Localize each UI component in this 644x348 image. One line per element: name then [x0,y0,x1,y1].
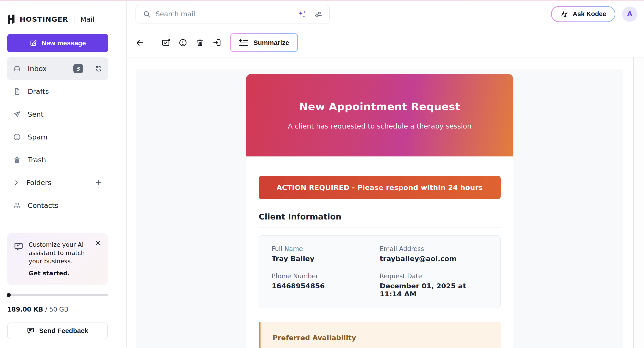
sidebar-item-label: Folders [26,179,52,187]
sidebar-item-label: Spam [28,133,48,141]
sidebar-item-trash[interactable]: Trash [7,148,108,171]
kodee-icon [560,10,568,18]
email-hero-header: New Appointment Request A client has req… [246,74,514,156]
email-document-background: New Appointment Request A client has req… [136,69,624,348]
field-value: Tray Bailey [272,255,380,263]
sidebar-item-inbox[interactable]: Inbox 3 [7,57,108,80]
field-label: Request Date [380,273,488,280]
refresh-icon[interactable] [95,65,102,72]
client-information-title: Client Information [259,212,501,228]
sidebar-item-folders[interactable]: Folders [7,171,108,194]
field-label: Phone Number [272,273,380,280]
field-value: 16468954856 [272,282,380,290]
brand-separator [74,15,74,23]
main-header: Ask Kodee A [126,0,644,28]
drafts-icon [13,87,21,95]
client-info-card: Full Name Tray Bailey Email Address tray… [259,235,501,308]
field-label: Email Address [380,245,488,253]
send-feedback-button[interactable]: Send Feedback [7,323,108,339]
field-full-name: Full Name Tray Bailey [272,245,380,263]
ask-kodee-button[interactable]: Ask Kodee [551,6,616,22]
sidebar: HOSTINGER Mail New message Inbox 3 [0,0,126,348]
field-value: December 01, 2025 at 11:14 AM [380,282,488,298]
sidebar-item-label: Sent [28,110,44,118]
sidebar-item-label: Drafts [28,87,49,95]
close-icon[interactable]: ✕ [95,240,101,247]
field-email-address: Email Address traybailey@aol.com [380,245,488,263]
summarize-label: Summarize [253,39,289,46]
delete-icon[interactable] [192,34,208,51]
email-viewer: New Appointment Request A client has req… [126,57,644,348]
chevron-right-icon [13,179,20,186]
storage-used: 189.00 KB [7,306,43,313]
storage-label: 189.00 KB / 50 GB [7,306,108,313]
storage-total: / 50 GB [45,306,68,313]
main-panel: Ask Kodee A [126,0,644,348]
sidebar-item-label: Trash [28,156,46,164]
search-icon [143,10,151,18]
email-body: ACTION REQUIRED - Please respond within … [246,156,514,348]
search-input[interactable] [156,10,292,18]
scrollbar-track[interactable] [633,57,644,348]
ask-kodee-label: Ask Kodee [573,10,606,18]
storage-progress-bar [7,294,108,296]
field-label: Full Name [272,245,380,253]
email-card: New Appointment Request A client has req… [246,74,514,348]
email-scroll-area[interactable]: New Appointment Request A client has req… [126,57,633,348]
sidebar-item-drafts[interactable]: Drafts [7,80,108,103]
get-started-link[interactable]: Get started. [28,270,70,277]
ai-assistant-callout: Customize your AI assistant to match you… [7,233,108,285]
storage-meter: 189.00 KB / 50 GB [7,294,108,313]
field-value: traybailey@aol.com [380,255,488,263]
mark-unread-icon[interactable] [158,34,174,51]
toolbar-divider [152,36,152,49]
back-arrow-icon[interactable] [132,34,148,51]
email-hero-subtitle: A client has requested to schedule a the… [288,122,471,130]
sent-icon [13,110,21,118]
feedback-bubble-icon [26,327,35,335]
new-message-button[interactable]: New message [7,34,108,52]
availability-title: Preferred Availability [272,334,488,342]
email-hero-title: New Appointment Request [299,100,460,113]
new-message-label: New message [42,39,86,47]
brand-product: Mail [80,15,94,23]
summarize-icon [239,39,248,46]
sidebar-item-label: Contacts [28,201,58,209]
avatar[interactable]: A [622,6,637,22]
action-required-banner: ACTION REQUIRED - Please respond within … [259,176,501,199]
field-phone-number: Phone Number 16468954856 [272,273,380,298]
ai-callout-text: Customize your AI assistant to match you… [28,241,96,265]
brand-name: HOSTINGER [20,15,68,23]
brand-logo[interactable]: HOSTINGER Mail [0,0,126,24]
app-window: HOSTINGER Mail New message Inbox 3 [0,0,644,348]
inbox-unread-badge: 3 [73,64,83,73]
ai-sparkles-icon[interactable] [298,9,306,18]
spam-alert-icon [13,133,21,141]
send-feedback-label: Send Feedback [39,327,88,335]
storage-progress-knob [7,293,11,297]
chat-sparkle-icon [14,241,24,252]
add-folder-icon[interactable] [95,179,102,186]
sidebar-item-label: Inbox [28,65,47,73]
message-toolbar: Summarize [126,28,644,57]
search-filters-icon[interactable] [314,10,322,18]
contacts-icon [13,201,21,209]
trash-icon [13,156,21,164]
sidebar-item-spam[interactable]: Spam [7,126,108,148]
top-accent-line [0,0,644,1]
folder-nav: Inbox 3 Drafts [7,57,108,217]
sidebar-item-contacts[interactable]: Contacts [7,194,108,217]
preferred-availability-box: Preferred Availability Dates: Dec 06, 20… [259,322,501,348]
compose-icon [30,39,37,47]
hostinger-h-icon [7,14,15,24]
summarize-button[interactable]: Summarize [230,33,298,52]
search-bar[interactable] [136,5,330,23]
sidebar-item-sent[interactable]: Sent [7,103,108,126]
inbox-icon [13,65,21,73]
move-to-folder-icon[interactable] [208,34,226,51]
report-spam-icon[interactable] [174,34,192,51]
field-request-date: Request Date December 01, 2025 at 11:14 … [380,273,488,298]
